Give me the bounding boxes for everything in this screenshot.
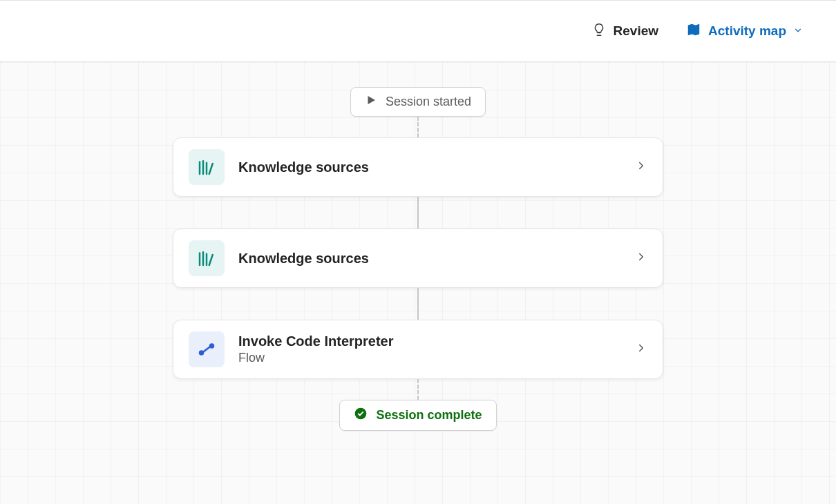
connector [417, 197, 419, 229]
knowledge-icon [189, 149, 225, 185]
connector [417, 288, 419, 320]
session-complete-pill: Session complete [339, 400, 496, 431]
chevron-right-icon [635, 251, 647, 266]
node-invoke-code-interpreter[interactable]: Invoke Code Interpreter Flow [173, 320, 663, 379]
card-text: Knowledge sources [238, 251, 621, 266]
card-title: Knowledge sources [238, 251, 621, 266]
knowledge-icon [189, 240, 225, 276]
activity-map-button[interactable]: Activity map [686, 22, 803, 41]
map-icon [686, 22, 701, 41]
svg-marker-0 [368, 96, 375, 104]
session-complete-label: Session complete [376, 408, 482, 423]
activity-map-label: Activity map [708, 23, 786, 39]
session-start-pill: Session started [350, 87, 486, 117]
activity-canvas: Session started Knowledge sources Knowle… [0, 62, 836, 504]
connector [417, 379, 419, 400]
review-button[interactable]: Review [591, 22, 658, 41]
card-title: Invoke Code Interpreter [238, 333, 621, 349]
chevron-right-icon [635, 159, 647, 175]
play-icon [365, 94, 377, 110]
review-label: Review [614, 23, 658, 39]
chevron-right-icon [635, 342, 647, 357]
flow-icon [189, 331, 225, 367]
card-text: Knowledge sources [238, 159, 621, 175]
connector [417, 117, 419, 137]
session-start-label: Session started [386, 95, 471, 109]
lightbulb-icon [591, 22, 607, 41]
chevron-down-icon [793, 23, 803, 39]
node-knowledge-sources-2[interactable]: Knowledge sources [173, 229, 663, 288]
card-subtitle: Flow [238, 351, 621, 365]
node-knowledge-sources-1[interactable]: Knowledge sources [173, 137, 663, 197]
card-title: Knowledge sources [238, 159, 621, 175]
card-text: Invoke Code Interpreter Flow [238, 333, 621, 365]
check-circle-icon [354, 407, 368, 424]
top-bar: Review Activity map [0, 0, 836, 62]
